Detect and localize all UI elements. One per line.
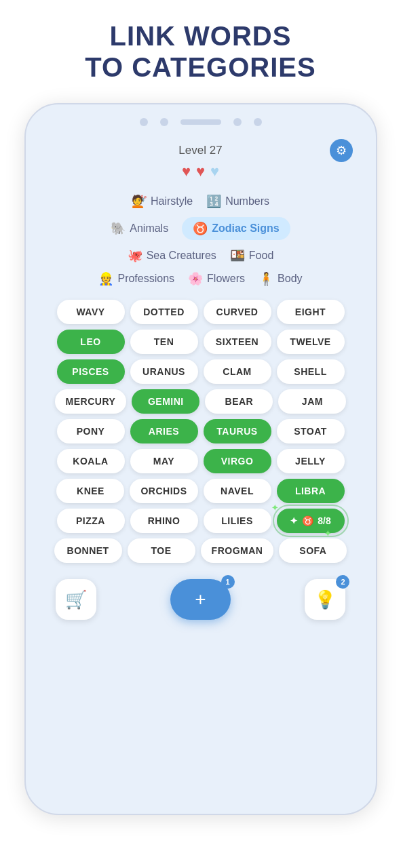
zodiac-count: 8/8 [318,515,330,526]
category-numbers[interactable]: 🔢 Numbers [206,194,269,209]
word-sixteen[interactable]: SIXTEEN [204,330,271,354]
category-sea-creatures[interactable]: 🐙 Sea Creatures [128,248,216,263]
category-row-3: 🐙 Sea Creatures 🍱 Food [49,248,353,263]
body-label: Body [278,273,302,285]
word-jam[interactable]: JAM [278,389,346,414]
sparkle-br: ✦ [324,529,331,538]
word-grid: WAVY DOTTED CURVED EIGHT LEO TEN SIXTEEN… [49,300,353,563]
sea-creatures-icon: 🐙 [128,248,142,263]
settings-icon: ⚙ [336,143,347,158]
word-bear[interactable]: BEAR [205,389,273,414]
category-row-1: 💇 Hairstyle 🔢 Numbers [49,194,353,209]
word-taurus[interactable]: TAURUS [204,419,271,443]
word-row-2: LEO TEN SIXTEEN TWELVE [49,330,353,354]
numbers-icon: 🔢 [206,194,221,209]
food-icon: 🍱 [230,248,245,263]
category-flowers[interactable]: 🌸 Flowers [188,271,245,286]
word-may[interactable]: MAY [130,449,198,473]
word-clam[interactable]: CLAM [204,359,271,384]
heart-2: ♥ [196,163,205,180]
word-row-3: PISCES URANUS CLAM SHELL [49,359,353,384]
word-aries[interactable]: ARIES [130,419,198,443]
word-pizza[interactable]: PIZZA [57,509,125,533]
camera-dot-left [140,118,148,126]
word-pisces[interactable]: PISCES [57,359,125,384]
word-uranus[interactable]: URANUS [130,359,198,384]
word-pony[interactable]: PONY [57,419,125,443]
word-libra[interactable]: LIBRA [277,479,345,503]
word-dotted[interactable]: DOTTED [130,300,198,324]
title-section: LINK WORDS TO CATEGORIES [85,20,316,83]
category-row-2: 🐘 Animals ♉ Zodiac Signs [49,217,353,240]
hairstyle-icon: 💇 [132,194,147,209]
word-knee[interactable]: KNEE [56,479,124,503]
hearts-row: ♥ ♥ ♥ [49,163,353,180]
word-toe[interactable]: TOE [128,538,195,563]
word-ten[interactable]: TEN [130,330,198,354]
zodiac-sign-icon: ♉ [302,515,313,526]
word-row-8: PIZZA RHINO LILIES ✦ ♉ 8/8 ✦ ✦ [49,509,353,533]
add-button[interactable]: + 1 [170,579,230,620]
cart-button[interactable]: 🛒 [56,579,96,620]
category-row-4: 👷 Professions 🌸 Flowers 🧍 Body [49,271,353,286]
flowers-label: Flowers [207,273,245,285]
heart-3: ♥ [210,163,219,180]
sea-creatures-label: Sea Creatures [147,250,216,262]
settings-button[interactable]: ⚙ [330,139,353,162]
word-sofa[interactable]: SOFA [279,538,347,563]
food-label: Food [249,250,273,262]
word-row-7: KNEE ORCHIDS NAVEL LIBRA [49,479,353,503]
word-mercury[interactable]: MERCURY [55,389,127,414]
word-frogman[interactable]: FROGMAN [201,538,274,563]
word-leo[interactable]: LEO [57,330,125,354]
sparkle-tl: ✦ [271,503,278,513]
word-stoat[interactable]: STOAT [277,419,345,443]
word-row-4: MERCURY GEMINI BEAR JAM [49,389,353,414]
add-icon: + [195,589,206,610]
sparkle-icon: ✦ [290,515,298,526]
camera-dot-right [254,118,262,126]
hints-button[interactable]: 💡 2 [305,579,345,620]
word-jelly[interactable]: JELLY [277,449,345,473]
phone-speaker [180,119,221,125]
word-row-9: BONNET TOE FROGMAN SOFA [49,538,353,563]
lightbulb-icon: 💡 [314,589,336,610]
category-food[interactable]: 🍱 Food [230,248,273,263]
category-zodiac[interactable]: ♉ Zodiac Signs [182,217,290,240]
camera-dot-mid-left [160,118,168,126]
phone-top [38,118,364,126]
category-professions[interactable]: 👷 Professions [98,271,174,286]
word-curved[interactable]: CURVED [204,300,271,324]
word-bonnet[interactable]: BONNET [54,538,122,563]
word-rhino[interactable]: RHINO [130,509,198,533]
word-shell[interactable]: SHELL [277,359,345,384]
zodiac-label: Zodiac Signs [212,222,280,235]
heart-1: ♥ [182,163,191,180]
animals-icon: 🐘 [111,221,126,236]
word-koala[interactable]: KOALA [57,449,125,473]
word-virgo[interactable]: VIRGO [204,449,271,473]
body-icon: 🧍 [259,271,273,286]
word-wavy[interactable]: WAVY [57,300,125,324]
bottom-bar: 🛒 + 1 💡 2 [49,579,353,620]
category-animals[interactable]: 🐘 Animals [111,221,168,236]
word-row-1: WAVY DOTTED CURVED EIGHT [49,300,353,324]
professions-icon: 👷 [98,271,113,286]
word-orchids[interactable]: ORCHIDS [130,479,197,503]
game-content: Level 27 ⚙ ♥ ♥ ♥ 💇 Hairstyle 🔢 [38,137,364,627]
animals-label: Animals [130,222,168,235]
word-eight[interactable]: EIGHT [277,300,345,324]
category-hairstyle[interactable]: 💇 Hairstyle [132,194,193,209]
professions-label: Professions [117,273,174,285]
category-body[interactable]: 🧍 Body [259,271,302,286]
level-text: Level 27 [178,144,222,157]
word-gemini[interactable]: GEMINI [132,389,199,414]
phone-frame: Level 27 ⚙ ♥ ♥ ♥ 💇 Hairstyle 🔢 [24,103,377,815]
word-lilies[interactable]: LILIES [204,509,271,533]
camera-dot-mid-right [233,118,242,126]
main-title: LINK WORDS TO CATEGORIES [85,20,316,83]
word-navel[interactable]: NAVEL [204,479,271,503]
page-wrapper: LINK WORDS TO CATEGORIES Level 27 ⚙ ♥ ♥ … [0,0,401,868]
word-twelve[interactable]: TWELVE [277,330,345,354]
zodiac-icon: ♉ [193,221,208,236]
